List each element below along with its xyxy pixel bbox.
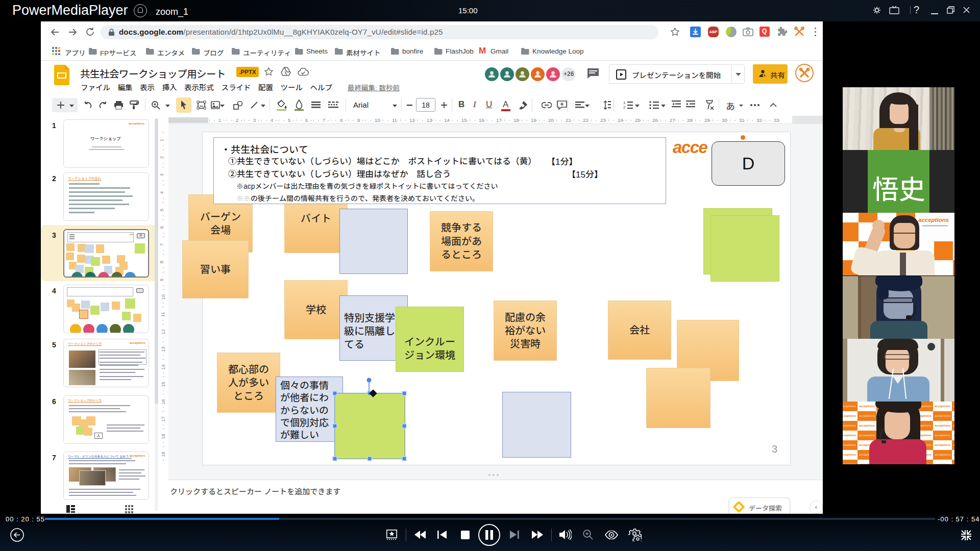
svg-text:2: 2 [623,105,626,110]
svg-text:1: 1 [623,101,626,105]
